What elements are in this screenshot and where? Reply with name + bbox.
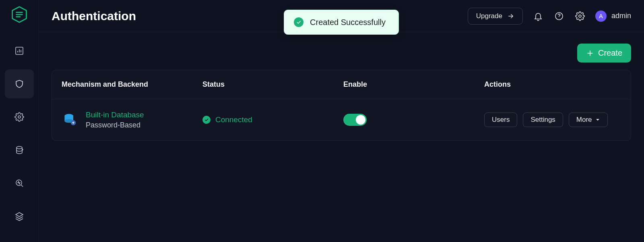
help-icon <box>554 11 564 21</box>
username: admin <box>611 12 631 20</box>
create-button[interactable]: Create <box>577 44 631 63</box>
table-row: Built-in Database Password-Based Connect… <box>52 99 631 140</box>
svg-point-10 <box>579 15 581 17</box>
table-header: Mechanism and Backend Status Enable Acti… <box>52 70 631 99</box>
settings-button[interactable] <box>574 10 586 22</box>
col-mechanism: Mechanism and Backend <box>62 80 202 89</box>
auth-subtitle: Password-Based <box>86 121 144 129</box>
toast-message: Created Successfully <box>310 18 386 27</box>
avatar: A <box>595 10 607 22</box>
status-cell: Connected <box>202 115 343 124</box>
create-label: Create <box>598 48 622 58</box>
toggle-knob <box>356 115 365 125</box>
upgrade-label: Upgrade <box>476 12 502 20</box>
sidebar-item-diagnostics[interactable] <box>5 169 34 198</box>
auth-table: Mechanism and Backend Status Enable Acti… <box>52 70 631 141</box>
auth-name-link[interactable]: Built-in Database <box>86 111 144 119</box>
notifications-button[interactable] <box>533 10 544 22</box>
users-button[interactable]: Users <box>484 113 517 127</box>
col-status: Status <box>202 80 343 89</box>
col-actions: Actions <box>484 80 621 89</box>
arrow-right-icon <box>507 13 514 20</box>
main: Authentication Created Successfully Upgr… <box>39 0 644 242</box>
caret-down-icon <box>595 117 600 122</box>
content: Create Mechanism and Backend Status Enab… <box>39 32 644 242</box>
topbar: Authentication Created Successfully Upgr… <box>39 0 644 32</box>
logo <box>10 5 29 24</box>
svg-point-5 <box>18 116 21 118</box>
toast-success: Created Successfully <box>284 10 399 35</box>
status-text: Connected <box>215 115 252 124</box>
sidebar-item-settings[interactable] <box>5 102 34 131</box>
bell-icon <box>533 11 543 21</box>
page-title: Authentication <box>52 9 136 23</box>
more-button[interactable]: More <box>569 113 608 127</box>
sidebar <box>0 0 39 242</box>
plus-icon <box>586 49 594 57</box>
sidebar-item-layers[interactable] <box>5 202 34 231</box>
svg-point-9 <box>559 18 559 18</box>
svg-point-6 <box>17 146 22 149</box>
settings-row-button[interactable]: Settings <box>523 113 563 127</box>
sidebar-item-sync[interactable] <box>5 136 34 165</box>
user-menu[interactable]: A admin <box>595 10 631 22</box>
sidebar-item-security[interactable] <box>5 69 34 98</box>
gear-icon <box>575 11 585 21</box>
status-check-icon <box>202 116 211 124</box>
upgrade-button[interactable]: Upgrade <box>468 8 523 25</box>
sidebar-item-dashboard[interactable] <box>5 36 34 65</box>
col-enable: Enable <box>343 80 484 89</box>
more-label: More <box>576 116 592 124</box>
enable-toggle[interactable] <box>343 114 367 126</box>
check-circle-icon <box>294 17 303 27</box>
database-icon <box>62 112 78 128</box>
help-button[interactable] <box>553 10 565 22</box>
